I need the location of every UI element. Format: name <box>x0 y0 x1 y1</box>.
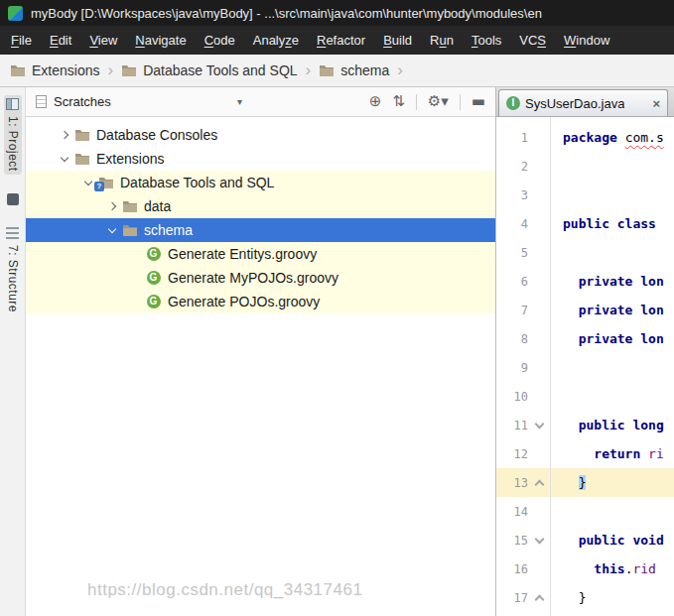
toolbar-divider <box>460 94 461 110</box>
settings-icon[interactable]: ⚙▾ <box>428 94 449 109</box>
expand-arrow-icon[interactable] <box>103 203 121 209</box>
code-line-4[interactable]: 4public class <box>496 209 674 238</box>
project-tool-icon <box>6 98 19 110</box>
project-panel: Scratches ▾ ⊕⇅⚙▾▬ Database ConsolesExten… <box>26 87 496 616</box>
code-line-2[interactable]: 2 <box>496 152 674 181</box>
collapse-arrow-icon[interactable] <box>103 228 121 232</box>
breadcrumb-label: Extensions <box>32 62 99 78</box>
project-toolbar-icons: ⊕⇅⚙▾▬ <box>369 94 485 110</box>
breadcrumb-separator: › <box>397 61 403 80</box>
scope-selector[interactable]: Scratches ▾ <box>36 94 242 109</box>
tree-item-schema[interactable]: schema <box>26 218 495 242</box>
code-line-11[interactable]: 11 public long <box>496 411 674 439</box>
tree-item-label: Database Tools and SQL <box>120 175 274 190</box>
folder-icon <box>319 64 335 77</box>
line-number: 6 <box>496 275 528 289</box>
project-toolbar: Scratches ▾ ⊕⇅⚙▾▬ <box>26 87 495 117</box>
menu-item-window[interactable]: Window <box>555 26 618 55</box>
line-number: 10 <box>496 390 528 404</box>
breadcrumb-item-schema[interactable]: schema <box>319 62 389 78</box>
folder-icon <box>73 151 90 167</box>
code-line-12[interactable]: 12 return ri <box>496 439 674 468</box>
code-line-8[interactable]: 8 private lon <box>496 324 674 353</box>
tree-item-data[interactable]: data <box>26 194 495 218</box>
folder-icon <box>73 127 90 143</box>
line-number: 3 <box>496 188 528 202</box>
folder-icon <box>10 64 26 77</box>
tree-item-label: Extensions <box>96 151 164 167</box>
code-line-13[interactable]: 13 } <box>496 468 674 497</box>
menu-item-file[interactable]: File <box>2 26 41 55</box>
fold-up-icon[interactable] <box>528 593 550 603</box>
editor-tab[interactable]: I SysUserDao.java × <box>498 89 668 116</box>
line-number: 8 <box>496 332 528 346</box>
tree-item-generate-mypojos-groovy[interactable]: GGenerate MyPOJOs.groovy <box>26 266 495 290</box>
tree-item-generate-entitys-groovy[interactable]: GGenerate Entitys.groovy <box>26 242 495 266</box>
folder-icon <box>121 64 137 77</box>
menu-item-tools[interactable]: Tools <box>463 26 510 55</box>
locate-icon[interactable]: ⊕ <box>369 94 382 109</box>
tree-item-database-consoles[interactable]: Database Consoles <box>26 123 495 147</box>
breadcrumb-label: Database Tools and SQL <box>143 62 297 78</box>
toolwindow-button[interactable] <box>5 190 21 208</box>
code-line-7[interactable]: 7 private lon <box>496 296 674 324</box>
code-line-14[interactable]: 14 <box>496 497 674 526</box>
code-line-16[interactable]: 16 this.rid <box>496 554 674 583</box>
menu-item-run[interactable]: Run <box>421 26 463 55</box>
breadcrumb-item-extensions[interactable]: Extensions <box>10 62 99 78</box>
breadcrumb: Extensions›Database Tools and SQL›schema… <box>0 55 674 87</box>
tree-item-label: Database Consoles <box>96 127 217 143</box>
menu-item-refactor[interactable]: Refactor <box>308 26 374 55</box>
folder-icon <box>121 222 138 238</box>
breadcrumb-separator: › <box>107 61 113 80</box>
fold-down-icon[interactable] <box>528 539 550 543</box>
tree-item-label: data <box>144 198 171 214</box>
menu-item-edit[interactable]: Edit <box>41 26 80 55</box>
code-text: return ri <box>550 439 674 468</box>
menu-item-navigate[interactable]: Navigate <box>126 26 195 55</box>
collapse-all-icon[interactable]: ⇅ <box>392 94 405 109</box>
menu-item-view[interactable]: View <box>80 26 126 55</box>
editor-body[interactable]: 1package com.s234public class 56 private… <box>496 117 674 616</box>
menu-item-vcs[interactable]: VCS <box>510 26 555 55</box>
code-line-9[interactable]: 9 <box>496 353 674 382</box>
tree-item-label: Generate MyPOJOs.groovy <box>168 270 338 286</box>
menu-item-build[interactable]: Build <box>374 26 421 55</box>
code-line-5[interactable]: 5 <box>496 238 674 267</box>
toolbar-divider <box>416 94 417 110</box>
breadcrumb-item-database-tools-and-sql[interactable]: Database Tools and SQL <box>121 62 297 78</box>
code-line-17[interactable]: 17 } <box>496 583 674 612</box>
fold-down-icon[interactable] <box>528 424 550 428</box>
collapse-arrow-icon[interactable] <box>56 157 73 161</box>
expand-arrow-icon[interactable] <box>56 132 73 138</box>
line-number: 15 <box>496 534 528 548</box>
code-line-6[interactable]: 6 private lon <box>496 267 674 296</box>
app-icon <box>8 6 23 21</box>
code-text: public long <box>550 411 674 439</box>
toolwindow-button-1-project[interactable]: 1: Project <box>4 95 22 175</box>
toolwindow-button-7-structure[interactable]: 7: Structure <box>4 224 22 315</box>
line-number: 11 <box>496 419 528 432</box>
editor-tab-bar: I SysUserDao.java × <box>496 87 674 117</box>
window-title: myBody [D:\Workspaces\java\myBody] - ...… <box>31 6 542 21</box>
tree-item-generate-pojos-groovy[interactable]: GGenerate POJOs.groovy <box>26 290 495 313</box>
code-text: package com.s <box>550 123 674 152</box>
line-number: 4 <box>496 217 528 231</box>
code-line-10[interactable]: 10 <box>496 382 674 411</box>
code-line-3[interactable]: 3 <box>496 181 674 209</box>
code-line-1[interactable]: 1package com.s <box>496 123 674 152</box>
scratches-icon <box>36 95 47 108</box>
menu-item-code[interactable]: Code <box>196 26 244 55</box>
main-area: 1: Project7: Structure Scratches ▾ ⊕⇅⚙▾▬… <box>0 87 674 616</box>
tree-item-database-tools-and-sql[interactable]: ?Database Tools and SQL <box>26 171 495 194</box>
close-icon[interactable]: × <box>652 96 660 111</box>
line-number: 12 <box>496 447 528 461</box>
menu-item-analyze[interactable]: Analyze <box>244 26 308 55</box>
project-tree: Database ConsolesExtensions?Database Too… <box>26 117 495 616</box>
fold-up-icon[interactable] <box>528 478 550 488</box>
hide-icon[interactable]: ▬ <box>472 94 485 109</box>
code-text: private lon <box>550 324 674 353</box>
tree-item-extensions[interactable]: Extensions <box>26 147 495 171</box>
code-line-15[interactable]: 15 public void <box>496 526 674 554</box>
breadcrumb-label: schema <box>340 62 389 78</box>
